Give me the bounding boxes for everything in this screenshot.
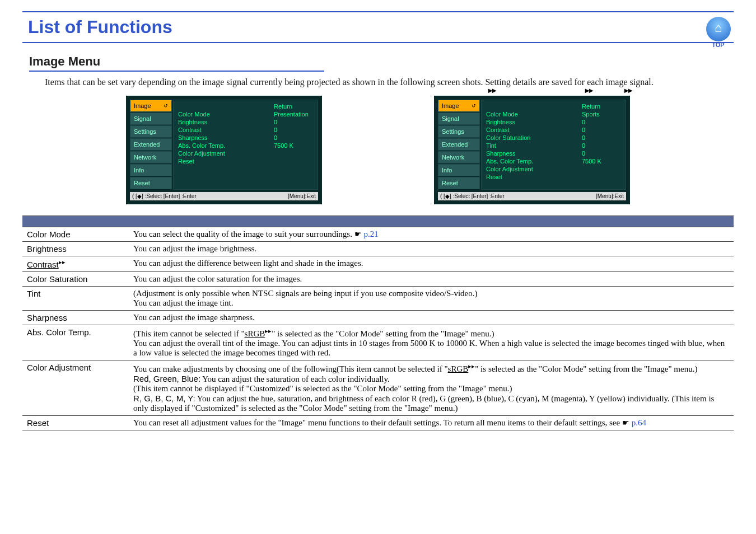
menu-category: Image [130, 100, 172, 112]
table-row: Color AdjustmentYou can make adjustments… [22, 360, 734, 416]
table-row: SharpnessYou can adjust the image sharpn… [22, 311, 734, 325]
function-description: (Adjustment is only possible when NTSC s… [129, 287, 734, 311]
function-name: Color Saturation [22, 272, 129, 287]
function-name: Abs. Color Temp. [22, 325, 129, 360]
top-icon[interactable]: ⌂ TOP [703, 17, 734, 48]
table-row: BrightnessYou can adjust the image brigh… [22, 242, 734, 256]
table-row: Color ModeYou can select the quality of … [22, 227, 734, 242]
glossary-marker-icon: ▸▸ [624, 86, 632, 95]
function-table: Color ModeYou can select the quality of … [22, 216, 734, 430]
function-name: Color Mode [22, 227, 129, 242]
function-description: You can adjust the image brightness. [129, 242, 734, 256]
function-name: Contrast▸▸ [22, 256, 129, 272]
menu-category: Network [438, 151, 480, 163]
function-description: You can make adjustments by choosing one… [129, 360, 734, 416]
menu-category: Info [130, 164, 172, 176]
menu-category: Image [438, 100, 480, 112]
glossary-marker-icon: ▸▸ [265, 327, 272, 334]
top-label: TOP [703, 41, 734, 48]
table-row: Abs. Color Temp.(This item cannot be sel… [22, 325, 734, 360]
function-description: You can adjust the difference between li… [129, 256, 734, 272]
menu-screenshot-computer: ImageSignalSettingsExtendedNetworkInfoRe… [126, 96, 322, 204]
table-row: Tint(Adjustment is only possible when NT… [22, 287, 734, 311]
table-row: ResetYou can reset all adjustment values… [22, 416, 734, 430]
section-heading: Image Menu [29, 54, 324, 72]
table-header [22, 216, 734, 227]
glossary-marker-icon: ▸▸ [488, 86, 496, 95]
menu-category: Settings [438, 125, 480, 138]
menu-category: Reset [130, 177, 172, 189]
page-title: List of Functions [28, 17, 734, 38]
function-name: Reset [22, 416, 129, 430]
pointer-icon: ☛ [622, 419, 629, 427]
menu-screenshot-video: ImageSignalSettingsExtendedNetworkInfoRe… [434, 96, 630, 204]
glossary-marker-icon: ▸▸ [59, 259, 66, 265]
menu-category: Extended [438, 138, 480, 151]
page-link[interactable]: p.21 [362, 229, 379, 238]
function-name: Sharpness [22, 311, 129, 325]
page-link[interactable]: p.64 [629, 418, 646, 427]
intro-text: Items that can be set vary depending on … [45, 77, 711, 87]
function-description: You can adjust the color saturation for … [129, 272, 734, 287]
function-name: Brightness [22, 242, 129, 256]
table-row: Contrast▸▸You can adjust the difference … [22, 256, 734, 272]
function-description: (This item cannot be selected if "sRGB▸▸… [129, 325, 734, 360]
menu-category: Signal [130, 113, 172, 125]
menu-category: Extended [130, 138, 172, 151]
menu-category: Info [438, 164, 480, 176]
function-name: Tint [22, 287, 129, 311]
function-description: You can select the quality of the image … [129, 227, 734, 242]
title-bar: List of Functions [22, 11, 734, 43]
menu-category: Reset [438, 177, 480, 189]
pointer-icon: ☛ [354, 230, 362, 238]
table-row: Color SaturationYou can adjust the color… [22, 272, 734, 287]
glossary-marker-icon: ▸▸ [468, 363, 475, 369]
menu-category: Settings [130, 125, 172, 138]
function-description: You can adjust the image sharpness. [129, 311, 734, 325]
screenshots-row: ImageSignalSettingsExtendedNetworkInfoRe… [22, 96, 734, 204]
menu-category: Signal [438, 113, 480, 125]
home-icon: ⌂ [706, 17, 731, 41]
function-description: You can reset all adjustment values for … [129, 416, 734, 430]
glossary-marker-icon: ▸▸ [585, 86, 593, 95]
menu-category: Network [130, 151, 172, 163]
function-name: Color Adjustment [22, 360, 129, 416]
